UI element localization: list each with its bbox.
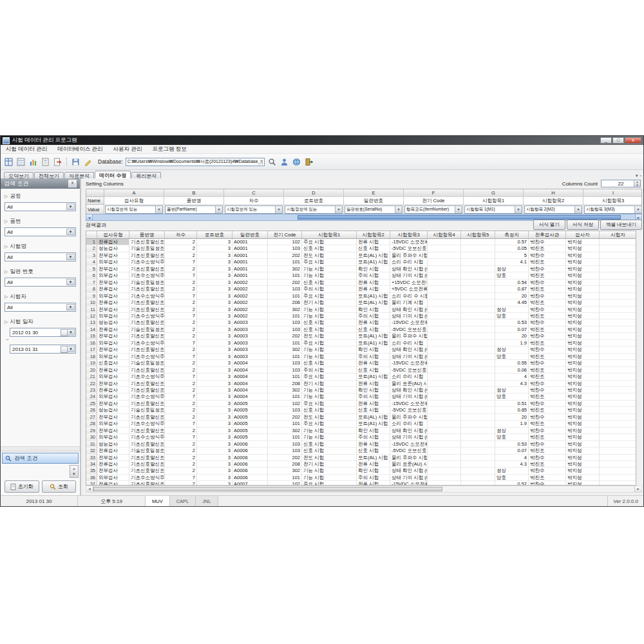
cell[interactable]: 신호검사 — [97, 360, 129, 366]
cell[interactable] — [461, 245, 495, 252]
scrollbar-thumb[interactable] — [298, 215, 621, 220]
cell[interactable]: 기능 시험 — [302, 393, 357, 400]
cell[interactable]: 기초수소방식주력체 — [129, 475, 165, 481]
results-hscrollbar[interactable]: ◄ ► — [86, 486, 642, 493]
minimize-button[interactable]: _ — [600, 137, 612, 144]
cell[interactable]: 소리 수리 수 시험 2 — [390, 293, 428, 299]
sidebar-close-icon[interactable]: x — [68, 180, 77, 187]
cell[interactable] — [461, 272, 495, 279]
close-button[interactable]: x — [625, 137, 641, 144]
cell[interactable]: 박지성 — [566, 455, 600, 461]
chevron-down-icon[interactable]: ▼ — [67, 346, 75, 352]
cell[interactable] — [461, 354, 495, 360]
cell[interactable]: 전류검사 — [97, 461, 129, 468]
cell[interactable]: A0004 — [232, 393, 268, 400]
cell[interactable]: 외부검사 — [97, 434, 129, 440]
cell[interactable]: 주요 시험 — [302, 293, 357, 299]
cell[interactable] — [428, 461, 461, 468]
cell[interactable] — [461, 393, 495, 400]
cell[interactable]: 3 — [197, 428, 232, 434]
cell[interactable]: 2 — [165, 286, 197, 292]
cell[interactable] — [461, 340, 495, 346]
cell[interactable]: 박지성 — [566, 245, 600, 252]
cell[interactable]: 성능검사 — [97, 319, 129, 326]
cell[interactable]: 박찬수 — [529, 401, 566, 407]
sidebar-splitter[interactable]: ·········· — [1, 446, 80, 451]
cell[interactable]: 7 — [165, 421, 197, 427]
cell[interactable] — [600, 354, 636, 360]
info-icon[interactable] — [292, 157, 301, 167]
cell[interactable]: 7 — [165, 434, 197, 440]
cell[interactable]: 주요 시험 — [302, 340, 357, 346]
tab-pin-icon[interactable]: ▫ — [640, 173, 641, 178]
chevron-down-icon[interactable]: ▼ — [155, 206, 162, 213]
cell[interactable]: 확인 시험 — [357, 307, 390, 313]
cell[interactable]: 7 — [165, 354, 197, 360]
cell[interactable]: 포트(A1) 시험 — [357, 293, 390, 299]
cell[interactable]: 확인 시험 — [357, 468, 390, 474]
edit-icon[interactable] — [83, 157, 93, 167]
cell[interactable]: 박지성 — [566, 441, 600, 448]
cell[interactable]: 0.85 — [495, 407, 529, 413]
table-row[interactable]: 30외부검사기초수소방식주력체73A0005101기능 시험주의 시험상태 기이… — [86, 434, 636, 440]
cell[interactable]: 3 — [197, 367, 232, 374]
filter-dropdown-4[interactable]: All▼ — [5, 278, 76, 287]
cell[interactable]: 302 — [268, 468, 302, 474]
cell[interactable]: 3 — [197, 455, 232, 461]
cell[interactable] — [461, 252, 495, 259]
cell[interactable]: 박찬수 — [529, 381, 566, 387]
cell[interactable]: 외부검사 — [97, 374, 129, 380]
cell[interactable]: A0007 — [232, 481, 268, 486]
cell[interactable] — [461, 367, 495, 374]
table-row[interactable]: 25전부검사기초신호발신조립체23A0005102주요 시험전류 시험-15VD… — [86, 401, 636, 407]
cell[interactable]: 상태 확인 시험 (Cd — [390, 307, 428, 313]
cell[interactable]: 외부검사 — [97, 259, 129, 265]
cell[interactable]: A0001 — [232, 266, 268, 272]
cell[interactable]: 박찬수 — [529, 239, 566, 245]
cell[interactable]: 2 — [165, 266, 197, 272]
cell[interactable]: 전부검사 — [97, 414, 129, 421]
cell[interactable]: 박지성 — [566, 393, 600, 400]
cell[interactable] — [600, 401, 636, 407]
cell[interactable] — [428, 428, 461, 434]
cell[interactable]: 7 — [165, 393, 197, 400]
table-row[interactable]: 12외부검사기초수소방식주력체73A0002101기능 시험주의 시험상태 기이… — [86, 313, 636, 319]
cell[interactable]: 3 — [197, 401, 232, 407]
cell[interactable]: 3 — [197, 434, 232, 440]
cell[interactable]: 101 — [268, 393, 302, 400]
cell[interactable]: 상태 기이 시험 (0 — [390, 475, 428, 481]
cell[interactable]: 0.57 — [495, 239, 529, 245]
cell[interactable]: 박진조 — [529, 340, 566, 346]
cell[interactable] — [428, 414, 461, 421]
exit-icon[interactable] — [304, 157, 314, 167]
cell[interactable]: 외부검사 — [97, 393, 129, 400]
cell[interactable]: A0004 — [232, 367, 268, 374]
cell[interactable]: -5VDC 오보신호 — [390, 448, 428, 454]
cell[interactable]: 101 — [268, 374, 302, 380]
cell[interactable] — [461, 327, 495, 333]
cell[interactable]: 박지성 — [566, 428, 600, 434]
cell[interactable] — [600, 313, 636, 319]
cell[interactable]: 3 — [197, 468, 232, 474]
cell[interactable]: 전류검사 — [97, 481, 129, 486]
cell[interactable]: 2 — [165, 414, 197, 421]
cell[interactable]: 2 — [165, 346, 197, 353]
cell[interactable]: 2 — [165, 481, 197, 486]
scrollbar-thumb[interactable] — [93, 487, 442, 491]
cell[interactable] — [428, 272, 461, 279]
cell[interactable]: 0.57 — [495, 481, 529, 486]
cell[interactable] — [600, 286, 636, 292]
chevron-down-icon[interactable]: ▼ — [574, 206, 582, 213]
cell[interactable]: 성능검사 — [97, 245, 129, 252]
cell[interactable]: 박진조 — [529, 259, 566, 265]
cell[interactable]: 2 — [165, 468, 197, 474]
cell[interactable]: 포트(AL) 시험 — [357, 414, 390, 421]
cell[interactable]: 기능 시험 — [302, 272, 357, 279]
cell[interactable]: 101 — [268, 313, 302, 319]
cell[interactable]: 3 — [197, 360, 232, 366]
cell[interactable]: 신호 시험 — [302, 407, 357, 413]
cell[interactable]: 주의 시험 — [357, 272, 390, 279]
cell[interactable]: 기초신호발신조립체 — [129, 319, 165, 326]
cell[interactable]: 박지성 — [566, 319, 600, 326]
cell[interactable]: A0005 — [232, 414, 268, 421]
